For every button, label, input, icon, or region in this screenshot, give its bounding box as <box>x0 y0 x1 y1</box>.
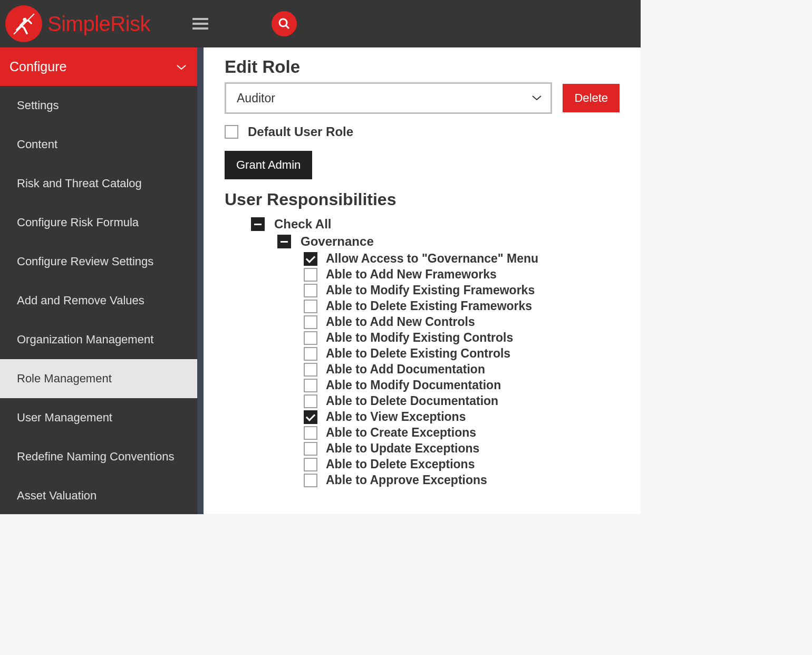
permission-row: Allow Access to "Governance" Menu <box>304 252 620 266</box>
permission-label: Able to Modify Existing Frameworks <box>326 283 535 297</box>
sidebar-item-asset-valuation[interactable]: Asset Valuation <box>0 476 197 514</box>
permission-checkbox[interactable] <box>304 284 317 297</box>
permission-label: Able to Delete Existing Controls <box>326 346 510 361</box>
sidebar-item-organization-management[interactable]: Organization Management <box>0 320 197 359</box>
permission-row: Able to Modify Existing Controls <box>304 331 620 345</box>
permission-checkbox[interactable] <box>304 331 317 345</box>
chevron-down-icon <box>176 64 187 70</box>
permission-checkbox[interactable] <box>304 300 317 313</box>
permission-row: Able to Delete Exceptions <box>304 457 620 471</box>
permission-checkbox[interactable] <box>304 426 317 440</box>
permission-label: Able to Modify Existing Controls <box>326 331 513 345</box>
permission-row: Able to Modify Documentation <box>304 378 620 392</box>
grant-admin-button[interactable]: Grant Admin <box>225 151 312 179</box>
permission-checkbox[interactable] <box>304 458 317 471</box>
delete-button[interactable]: Delete <box>563 84 620 112</box>
permission-checkbox[interactable] <box>304 442 317 456</box>
permission-label: Able to Update Exceptions <box>326 441 479 456</box>
permission-row: Able to Delete Existing Controls <box>304 346 620 361</box>
sidebar-header-label: Configure <box>9 59 66 74</box>
sidebar-item-user-management[interactable]: User Management <box>0 398 197 437</box>
permission-checkbox[interactable] <box>304 363 317 377</box>
search-button[interactable] <box>272 11 297 36</box>
permission-row: Able to Add New Frameworks <box>304 267 620 282</box>
sidebar-item-add-and-remove-values[interactable]: Add and Remove Values <box>0 281 197 320</box>
user-responsibilities-heading: User Responsibilities <box>225 190 620 209</box>
permission-checkbox[interactable] <box>304 379 317 392</box>
permission-row: Able to Add Documentation <box>304 362 620 377</box>
sidebar-item-content[interactable]: Content <box>0 125 197 164</box>
permission-row: Able to Delete Documentation <box>304 394 620 408</box>
permission-row: Able to View Exceptions <box>304 410 620 424</box>
permission-row: Able to Update Exceptions <box>304 441 620 456</box>
menu-toggle-icon[interactable] <box>192 18 208 30</box>
default-user-role-label: Default User Role <box>248 124 353 139</box>
permission-checkbox[interactable] <box>304 252 317 266</box>
sidebar-item-settings[interactable]: Settings <box>0 86 197 125</box>
permission-label: Able to Create Exceptions <box>326 426 476 440</box>
permission-checkbox[interactable] <box>304 474 317 487</box>
permission-row: Able to Delete Existing Frameworks <box>304 299 620 313</box>
permission-label: Able to Approve Exceptions <box>326 473 487 487</box>
sidebar: Configure SettingsContentRisk and Threat… <box>0 47 197 514</box>
svg-point-3 <box>279 19 287 26</box>
permission-checkbox[interactable] <box>304 268 317 282</box>
search-icon <box>278 17 291 30</box>
collapse-toggle-icon[interactable] <box>251 217 265 231</box>
permission-label: Able to View Exceptions <box>326 410 466 424</box>
permission-checkbox[interactable] <box>304 347 317 361</box>
brand-link[interactable]: SimpleRisk <box>5 5 150 42</box>
permission-label: Able to Delete Existing Frameworks <box>326 299 532 313</box>
permission-checkbox[interactable] <box>304 410 317 424</box>
permissions-tree: Check All Governance Allow Access to "Go… <box>225 217 620 487</box>
sidebar-item-configure-review-settings[interactable]: Configure Review Settings <box>0 242 197 281</box>
topbar: SimpleRisk <box>0 0 641 47</box>
permission-row: Able to Add New Controls <box>304 315 620 329</box>
page-title: Edit Role <box>225 57 620 77</box>
svg-line-4 <box>286 25 289 28</box>
role-select[interactable]: Auditor <box>227 85 549 111</box>
permission-label: Able to Delete Documentation <box>326 394 498 408</box>
permission-checkbox[interactable] <box>304 394 317 408</box>
main-content: Edit Role Auditor Delete Default User Ro… <box>197 47 641 514</box>
permission-label: Able to Add New Frameworks <box>326 267 497 282</box>
default-user-role-checkbox[interactable] <box>225 125 238 139</box>
permission-checkbox[interactable] <box>304 315 317 329</box>
sidebar-header-configure[interactable]: Configure <box>0 47 197 86</box>
permission-label: Able to Modify Documentation <box>326 378 501 392</box>
brand-name: SimpleRisk <box>47 12 150 36</box>
role-select-wrap: Auditor <box>225 82 552 114</box>
permission-row: Able to Modify Existing Frameworks <box>304 283 620 297</box>
permission-label: Able to Add New Controls <box>326 315 475 329</box>
permission-row: Able to Approve Exceptions <box>304 473 620 487</box>
permission-label: Allow Access to "Governance" Menu <box>326 252 538 266</box>
group-governance-label[interactable]: Governance <box>301 234 374 249</box>
sidebar-item-role-management[interactable]: Role Management <box>0 359 197 398</box>
sidebar-item-redefine-naming-conventions[interactable]: Redefine Naming Conventions <box>0 437 197 476</box>
permission-label: Able to Add Documentation <box>326 362 485 377</box>
permission-label: Able to Delete Exceptions <box>326 457 475 471</box>
sidebar-item-risk-and-threat-catalog[interactable]: Risk and Threat Catalog <box>0 164 197 203</box>
brand-icon <box>5 5 42 42</box>
sidebar-item-configure-risk-formula[interactable]: Configure Risk Formula <box>0 203 197 242</box>
check-all-label[interactable]: Check All <box>274 217 331 232</box>
permission-row: Able to Create Exceptions <box>304 426 620 440</box>
collapse-toggle-icon[interactable] <box>277 235 291 248</box>
